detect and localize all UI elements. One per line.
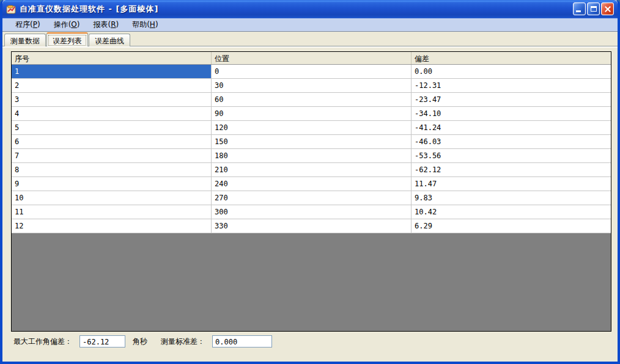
- menu-item-help[interactable]: 帮助(H): [125, 18, 164, 31]
- header-pos[interactable]: 位置: [212, 52, 411, 64]
- menu-hotkey: O: [71, 20, 76, 29]
- table-row[interactable]: 1 0 0.00: [12, 65, 611, 79]
- table-row[interactable]: 6 150 -46.03: [12, 135, 611, 149]
- paren: ): [77, 20, 80, 29]
- cell-pos[interactable]: 330: [212, 219, 411, 233]
- menu-label: 操作: [54, 20, 68, 29]
- cell-dev[interactable]: -34.10: [411, 107, 611, 120]
- header-seq[interactable]: 序号: [12, 52, 212, 64]
- cell-dev[interactable]: -53.56: [411, 149, 611, 162]
- paren: ): [37, 20, 40, 29]
- cell-pos[interactable]: 90: [212, 107, 411, 120]
- tab-error-list[interactable]: 误差列表: [46, 32, 88, 46]
- paren: ): [116, 20, 119, 29]
- table-header-row: 序号 位置 偏差: [12, 52, 611, 65]
- cell-seq[interactable]: 6: [12, 135, 212, 148]
- cell-dev[interactable]: -41.24: [411, 121, 611, 134]
- cell-pos[interactable]: 120: [212, 121, 411, 134]
- cell-seq[interactable]: 2: [12, 79, 212, 92]
- menu-bar: 程序(P) 操作(O) 报表(R) 帮助(H): [2, 18, 618, 32]
- cell-dev[interactable]: 10.42: [411, 205, 611, 219]
- cell-pos[interactable]: 0: [212, 65, 411, 78]
- title-bar[interactable]: 自准直仪数据处理软件 - [多面棱体]: [2, 0, 618, 18]
- summary-bar: 最大工作角偏差： 角秒 测量标准差：: [13, 335, 611, 348]
- cell-dev[interactable]: 9.83: [411, 191, 611, 205]
- window-controls: [573, 2, 614, 15]
- cell-pos[interactable]: 240: [212, 177, 411, 191]
- maximize-icon: [591, 6, 597, 12]
- cell-pos[interactable]: 150: [212, 135, 411, 148]
- menu-item-operate[interactable]: 操作(O): [47, 18, 87, 31]
- table-row[interactable]: 4 90 -34.10: [12, 107, 611, 121]
- cell-dev[interactable]: -12.31: [411, 79, 611, 92]
- cell-dev[interactable]: 6.29: [411, 219, 611, 233]
- app-icon: [6, 4, 17, 14]
- table-row[interactable]: 7 180 -53.56: [12, 149, 611, 163]
- cell-seq[interactable]: 10: [12, 191, 212, 205]
- arcsecond-unit-label: 角秒: [133, 337, 147, 347]
- table-empty-area: [12, 233, 611, 331]
- minimize-icon: [576, 10, 581, 12]
- tab-error-curve[interactable]: 误差曲线: [89, 34, 130, 46]
- cell-seq[interactable]: 1: [12, 65, 212, 78]
- error-table: 序号 位置 偏差 1 0 0.00 2 30 -12.31 3 60 -23.4…: [11, 51, 611, 332]
- cell-dev[interactable]: -62.12: [411, 163, 611, 177]
- table-row[interactable]: 9 240 11.47: [12, 177, 611, 191]
- menu-label: 帮助: [132, 20, 147, 29]
- cell-dev[interactable]: -23.47: [411, 93, 611, 106]
- menu-label: 程序: [15, 20, 30, 29]
- menu-item-program[interactable]: 程序(P): [9, 18, 47, 31]
- client-area: 测量数据 误差列表 误差曲线 序号 位置 偏差 1 0 0.00 2 30 -1…: [2, 32, 618, 361]
- table-row[interactable]: 11 300 10.42: [12, 205, 611, 219]
- menu-hotkey: H: [150, 20, 155, 29]
- maximize-button[interactable]: [587, 2, 600, 15]
- close-button[interactable]: [601, 2, 614, 15]
- max-deviation-label: 最大工作角偏差：: [13, 337, 72, 347]
- table-row[interactable]: 3 60 -23.47: [12, 93, 611, 107]
- tab-strip: 测量数据 误差列表 误差曲线: [4, 34, 131, 46]
- table-row[interactable]: 8 210 -62.12: [12, 163, 611, 177]
- cell-pos[interactable]: 300: [212, 205, 411, 219]
- std-deviation-input[interactable]: [212, 335, 272, 348]
- cell-seq[interactable]: 4: [12, 107, 212, 120]
- table-row[interactable]: 5 120 -41.24: [12, 121, 611, 135]
- cell-seq[interactable]: 8: [12, 163, 212, 177]
- cell-pos[interactable]: 270: [212, 191, 411, 205]
- tab-measure-data[interactable]: 测量数据: [4, 34, 46, 46]
- cell-seq[interactable]: 12: [12, 219, 212, 233]
- cell-dev[interactable]: 11.47: [411, 177, 611, 191]
- window-title: 自准直仪数据处理软件 - [多面棱体]: [20, 4, 158, 15]
- cell-pos[interactable]: 60: [212, 93, 411, 106]
- cell-dev[interactable]: 0.00: [411, 65, 611, 78]
- app-window: 自准直仪数据处理软件 - [多面棱体] 程序(P) 操作(O) 报表(R) 帮助…: [0, 0, 620, 364]
- max-deviation-input[interactable]: [79, 335, 125, 348]
- cell-dev[interactable]: -46.03: [411, 135, 611, 148]
- table-row[interactable]: 2 30 -12.31: [12, 79, 611, 93]
- cell-seq[interactable]: 7: [12, 149, 212, 162]
- cell-seq[interactable]: 5: [12, 121, 212, 134]
- std-deviation-label: 测量标准差：: [161, 337, 205, 347]
- menu-label: 报表: [93, 20, 108, 29]
- cell-seq[interactable]: 11: [12, 205, 212, 219]
- tab-label: 测量数据: [10, 37, 40, 45]
- cell-seq[interactable]: 3: [12, 93, 212, 106]
- menu-hotkey: P: [33, 20, 37, 29]
- table-row[interactable]: 12 330 6.29: [12, 219, 611, 233]
- cell-pos[interactable]: 210: [212, 163, 411, 177]
- tab-label: 误差列表: [53, 37, 82, 45]
- minimize-button[interactable]: [573, 2, 586, 15]
- menu-item-report[interactable]: 报表(R): [86, 18, 125, 31]
- header-dev[interactable]: 偏差: [411, 52, 611, 64]
- paren: ): [155, 20, 158, 29]
- table-row[interactable]: 10 270 9.83: [12, 191, 611, 205]
- tab-label: 误差曲线: [95, 37, 124, 45]
- cell-pos[interactable]: 30: [212, 79, 411, 92]
- cell-pos[interactable]: 180: [212, 149, 411, 162]
- cell-seq[interactable]: 9: [12, 177, 212, 191]
